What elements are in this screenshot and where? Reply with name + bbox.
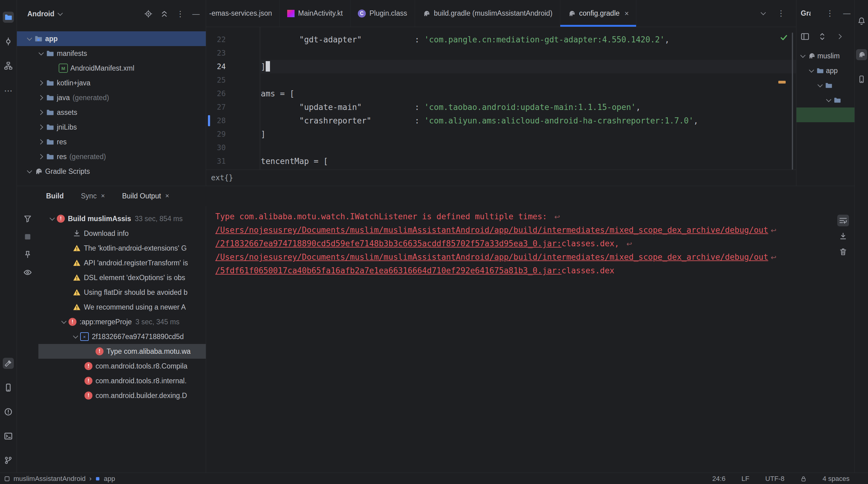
chevron-down-icon[interactable] [56,9,65,19]
line-number[interactable]: 23 [206,46,261,60]
project-tree-item-jnilibs[interactable]: jniLibs [17,120,206,134]
collapse-all-icon[interactable] [160,10,168,18]
code-line[interactable]: ams = [ [261,87,796,100]
project-tree-item-androidmanifest[interactable]: AndroidManifest.xml [17,61,206,75]
chevron-down-icon[interactable] [807,66,816,75]
breadcrumb[interactable]: ext{} [211,173,233,182]
code-line[interactable]: tencentMap = [ [261,155,796,168]
options-menu-icon[interactable]: ⋮ [176,9,184,19]
project-tree-item-java-generated[interactable]: java (generated) [17,90,206,105]
build-tree-item[interactable]: We recommend using a newer A [38,300,206,315]
scrollbar-warning-mark[interactable] [778,81,786,84]
chevron-down-icon[interactable] [25,34,34,43]
gradle-tree-selected-row[interactable] [797,107,855,122]
build-tree-item[interactable]: com.android.tools.r8.Compila [38,359,206,374]
build-tree-item[interactable]: Using flatDir should be avoided b [38,285,206,300]
line-number[interactable]: 27 [206,100,261,114]
project-tree-item-gradle-scripts[interactable]: Gradle Scripts [17,164,206,179]
line-number[interactable]: 31 [206,155,261,168]
vcs-change-marker[interactable] [208,115,210,126]
build-tree-item[interactable]: Download info [38,226,206,241]
editor-scrollbar[interactable] [792,33,793,169]
hide-panel-icon[interactable]: — [843,9,850,18]
gradle-tree-item-app[interactable]: app [797,63,855,78]
chevron-right-icon[interactable] [36,78,46,88]
chevron-down-icon[interactable] [25,167,34,176]
inspections-ok-icon[interactable] [779,33,788,42]
status-project-widget[interactable]: muslimAssistantAndroid › app [0,475,115,483]
lock-icon[interactable] [800,476,807,482]
project-tree-item-res[interactable]: res [17,134,206,149]
chevron-right-icon[interactable] [36,152,46,161]
code-line[interactable] [261,73,796,87]
build-tree-item[interactable]: The 'kotlin-android-extensions' G [38,241,206,256]
problems-tool-icon[interactable] [3,406,14,417]
editor-options-icon[interactable]: ⋮ [777,9,785,18]
editor-breadcrumbs[interactable]: ext{} [206,169,796,186]
project-tree-item-res-generated[interactable]: res (generated) [17,149,206,164]
scroll-to-end-button[interactable] [837,230,849,242]
build-tree-item[interactable]: com.android.builder.dexing.D [38,388,206,403]
build-tree-item[interactable]: API 'android.registerTransform' is [38,256,206,270]
editor-tab-emas-services-json[interactable]: -emas-services.json [206,0,280,27]
console-file-link[interactable]: /5fdf61f0650017ca40b65fa16afb2a7e1ea6631… [215,266,561,275]
code-area[interactable]: "gdt-adapter" : 'com.pangle.cn:mediation… [261,27,796,169]
layout-icon[interactable] [801,32,809,41]
structure-tool-icon[interactable] [3,60,14,71]
clear-console-button[interactable] [837,246,849,258]
hide-panel-icon[interactable]: — [192,9,199,18]
indent-widget[interactable]: 4 spaces [823,475,849,483]
console-file-link[interactable]: /Users/nojesusrey/Documents/muslim/musli… [215,253,768,262]
chevron-down-icon[interactable] [59,317,68,326]
code-line[interactable] [261,141,796,155]
commit-tool-icon[interactable] [3,36,14,47]
chevron-right-icon[interactable] [36,108,46,117]
line-number[interactable]: 28 [206,114,261,127]
line-number[interactable]: 24 [206,60,261,73]
close-icon[interactable]: × [165,192,169,200]
device-manager-tool-icon[interactable] [3,382,14,393]
stop-icon[interactable] [23,232,32,241]
code-line[interactable]: ] [261,127,796,141]
chevron-right-icon[interactable] [36,93,46,102]
editor-tab-build-gradle[interactable]: build.gradle (muslimAssistantAndroid) [415,0,560,27]
tab-sync[interactable]: Sync × [81,192,105,200]
close-icon[interactable]: × [101,192,105,200]
project-tree-item-kotlin-java[interactable]: kotlin+java [17,75,206,90]
tab-build-output[interactable]: Build Output × [122,192,169,200]
chevron-down-icon[interactable] [824,96,833,105]
code-line[interactable]: "crashreporter" : 'com.aliyun.ams:aliclo… [261,114,796,127]
pin-icon[interactable] [23,250,32,259]
chevron-down-icon[interactable] [798,51,807,61]
chevron-down-icon[interactable] [48,214,57,223]
line-number[interactable]: 22 [206,33,261,46]
eye-icon[interactable] [23,268,32,277]
line-number[interactable]: 26 [206,87,261,100]
line-number[interactable]: 30 [206,141,261,155]
gradle-tree-item[interactable] [797,78,855,93]
line-separator-widget[interactable]: LF [741,475,749,483]
more-tools-icon[interactable]: ⋯ [3,85,14,96]
code-line[interactable]: ] [261,60,796,73]
close-icon[interactable]: × [624,9,629,18]
build-tool-icon[interactable] [3,358,14,369]
build-tree-error-selected[interactable]: Type com.alibaba.motu.wa [38,344,206,359]
editor-body[interactable]: 22 23 24 25 26 27 28 29 30 31 "gdt-adapt… [206,27,796,169]
gradle-tree-item-project[interactable]: muslim [797,49,855,63]
console-file-link[interactable]: /2f1832667ea974718890cd5d59efe7148b3b3c6… [215,239,561,248]
chevron-right-icon[interactable] [36,137,46,147]
line-number[interactable]: 25 [206,73,261,87]
build-output-console[interactable]: Type com.alibaba.motu.watch.IWatchListen… [206,206,855,473]
chevron-down-icon[interactable] [815,81,825,90]
project-tree-item-manifests[interactable]: manifests [17,46,206,61]
project-tree-item-assets[interactable]: assets [17,105,206,120]
project-tree-item-app[interactable]: app [17,31,206,46]
code-line[interactable]: "gdt-adapter" : 'com.pangle.cn:mediation… [261,33,796,46]
code-line[interactable]: "update-main" : 'com.taobao.android:upda… [261,100,796,114]
build-tree-jar[interactable]: 2f1832667ea974718890cd5d [38,329,206,344]
filter-icon[interactable] [23,215,32,223]
chevron-down-icon[interactable] [36,49,46,58]
line-number[interactable]: 29 [206,127,261,141]
editor-tab-plugin-class[interactable]: Plugin.class [350,0,415,27]
editor-tab-config-gradle[interactable]: config.gradle × [560,0,637,27]
